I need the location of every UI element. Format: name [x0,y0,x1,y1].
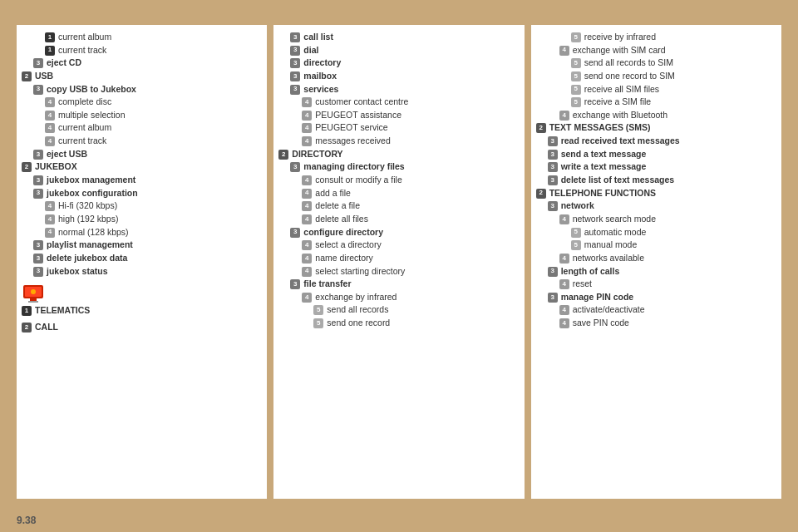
list-item: 5manual mode [536,239,776,251]
item-label: CALL [35,322,58,333]
list-item: 4networks available [536,253,776,264]
item-label: TELEMATICS [35,305,90,317]
list-item: 3services [278,84,519,96]
badge: 3 [548,293,558,303]
item-label: Hi-fi (320 kbps) [58,200,117,212]
list-item: 3mailbox [278,71,519,82]
list-item: 4save PIN code [536,318,776,329]
badge: 3 [33,240,43,250]
badge: 3 [33,189,43,199]
list-item: 2JUKEBOX [22,161,262,173]
item-label: delete jukebox data [47,253,127,264]
page-number: 9.38 [17,515,36,526]
item-label: current album [58,122,111,134]
item-label: customer contact centre [315,96,408,108]
badge: 3 [548,150,558,160]
badge: 4 [559,305,569,315]
list-item: 4PEUGEOT service [278,122,519,134]
list-item: 4messages received [278,135,519,147]
item-label: send all records [327,304,388,316]
list-item: 4activate/deactivate [536,304,776,316]
badge: 4 [302,97,312,107]
badge: 3 [548,175,558,185]
list-item: 3eject CD [22,57,262,69]
list-item: 1current track [22,45,262,57]
badge: 4 [302,293,312,303]
list-item: 4Hi-fi (320 kbps) [22,200,262,212]
list-item: 3read received text messages [536,135,776,147]
list-item: 5receive by infrared [536,32,776,43]
list-item: 4consult or modify a file [278,175,519,186]
item-label: multiple selection [58,110,126,121]
badge: 4 [302,175,312,185]
list-item: 4delete a file [278,200,519,212]
badge: 4 [302,267,312,277]
item-label: network search mode [573,214,656,225]
badge: 3 [290,58,300,68]
list-item: 2TELEPHONE FUNCTIONS [536,188,776,200]
badge: 3 [290,228,300,238]
badge: 4 [302,254,312,264]
svg-point-2 [31,289,36,294]
item-label: add a file [315,188,351,200]
badge: 4 [559,46,569,56]
badge: 4 [302,123,312,133]
list-item: 4customer contact centre [278,96,519,108]
item-label: select starting directory [315,266,405,278]
item-label: network [561,200,594,212]
list-item: 3jukebox status [22,266,262,278]
badge: 5 [571,32,581,42]
badge: 3 [548,267,558,277]
list-item: 3network [536,200,776,212]
badge: 4 [302,136,312,146]
list-item: 1TELEMATICS [22,278,262,320]
badge: 3 [290,279,300,289]
list-item: 4exchange with SIM card [536,45,776,57]
badge: 4 [45,136,55,146]
badge: 5 [571,58,581,68]
item-label: receive by infrared [584,32,656,43]
badge: 3 [548,201,558,211]
item-label: current album [58,32,111,43]
bottom-bar: 9.38 [0,509,798,532]
item-label: eject CD [47,57,81,69]
list-item: 4name directory [278,253,519,264]
list-item: 5receive all SIM files [536,84,776,96]
item-label: exchange with SIM card [573,45,666,57]
badge: 4 [559,214,569,224]
item-label: services [303,84,338,96]
list-item: 5send one record to SIM [536,71,776,82]
badge: 5 [571,228,581,238]
item-label: dial [303,45,318,57]
list-item: 1current album [22,32,262,43]
item-label: current track [58,135,106,147]
item-label: PEUGEOT service [315,122,387,134]
item-label: manage PIN code [561,292,634,303]
list-item: 5receive a SIM file [536,96,776,108]
list-item: 3eject USB [22,149,262,160]
item-label: jukebox status [47,266,108,278]
badge: 3 [33,150,43,160]
list-item: 3manage PIN code [536,292,776,303]
list-item: 3jukebox configuration [22,188,262,200]
item-label: JUKEBOX [35,161,77,173]
list-item: 5send one record [278,318,519,329]
list-item: 3managing directory files [278,161,519,173]
item-label: networks available [573,253,644,264]
list-item: 3delete list of text messages [536,175,776,186]
list-item: 3delete jukebox data [22,253,262,264]
item-label: mailbox [303,71,337,82]
badge: 3 [548,162,558,172]
item-label: exchange by infrared [315,292,397,303]
item-label: select a directory [315,239,381,251]
badge: 4 [302,111,312,121]
item-label: DIRECTORY [292,149,342,160]
list-item: 3playlist management [22,239,262,251]
list-item: 5automatic mode [536,227,776,239]
list-item: 4delete all files [278,214,519,225]
list-item: 3send a text message [536,149,776,160]
item-label: reset [573,278,592,290]
item-label: call list [303,32,333,43]
item-label: directory [303,57,341,69]
item-label: send one record to SIM [584,71,675,82]
